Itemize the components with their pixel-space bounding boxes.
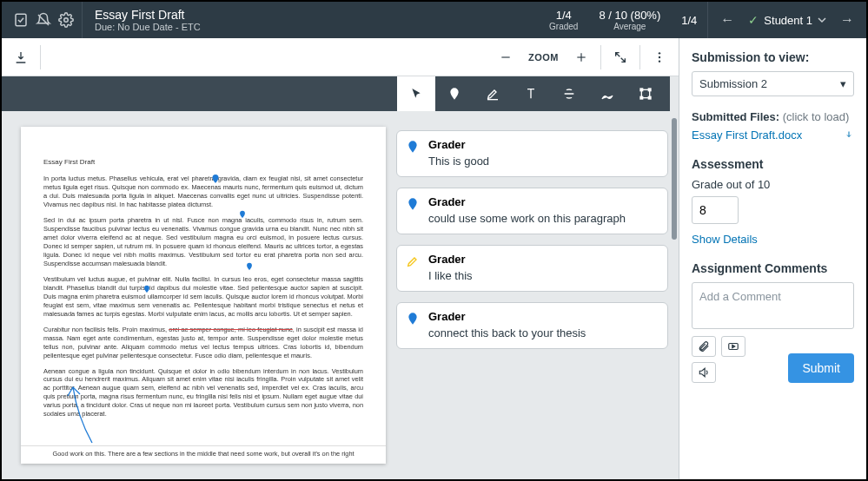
doc-paragraph: Curabitur non facilisis felis. Proin max…	[43, 326, 363, 360]
gear-icon[interactable]	[56, 10, 76, 30]
chevron-down-icon	[818, 16, 826, 24]
annotation-comment[interactable]: Grader This is good	[396, 130, 668, 177]
document-title: Essay First Draft	[43, 158, 363, 168]
submit-label: Submit	[802, 361, 840, 375]
annotation-pin-icon[interactable]	[210, 174, 221, 184]
grade-label: Grade out of 10	[692, 178, 854, 191]
svg-rect-12	[640, 96, 643, 99]
annotation-pin-icon[interactable]	[142, 285, 151, 293]
comment-text: I like this	[428, 269, 473, 282]
comment-text: This is good	[428, 155, 489, 168]
files-label: Submitted Files:	[692, 110, 779, 123]
pin-icon	[406, 140, 420, 154]
tool-draw[interactable]	[588, 76, 626, 111]
grading-sidebar: Submission to view: Submission 2 ▾ Submi…	[679, 38, 866, 479]
tool-point[interactable]	[435, 76, 474, 111]
submission-heading: Submission to view:	[692, 50, 854, 64]
mute-icon[interactable]	[33, 10, 54, 30]
chevron-down-icon: ▾	[840, 77, 846, 90]
download-icon[interactable]	[10, 47, 31, 68]
zoom-in-button[interactable]	[571, 47, 592, 68]
tool-strikethrough[interactable]	[550, 76, 588, 111]
comment-text: connect this back to your thesis	[428, 326, 586, 339]
stat-average-label: Average	[613, 22, 646, 31]
annotation-comments: Grader This is good Grader could use som…	[396, 127, 672, 464]
gradebook-icon[interactable]	[10, 10, 31, 30]
submit-button[interactable]: Submit	[788, 353, 854, 383]
pin-icon	[406, 197, 420, 211]
svg-rect-11	[648, 89, 651, 91]
annotation-comment[interactable]: Grader could use some work on this parag…	[396, 188, 668, 234]
tool-text[interactable]	[512, 76, 550, 111]
stat-average-value: 8 / 10 (80%)	[599, 9, 660, 22]
svg-point-6	[659, 56, 660, 57]
submitted-file-link[interactable]: Essay First Draft.docx	[692, 128, 802, 142]
submission-select[interactable]: Submission 2 ▾	[692, 71, 854, 96]
speech-comment-button[interactable]	[692, 362, 716, 383]
zoom-out-button[interactable]	[495, 47, 516, 68]
annotation-comment[interactable]: Grader connect this back to your thesis	[396, 302, 668, 349]
assignment-due: Due: No Due Date - ETC	[95, 22, 288, 32]
fullscreen-icon[interactable]	[610, 47, 631, 68]
top-bar: Essay First Draft Due: No Due Date - ETC…	[2, 2, 866, 38]
stat-count-value: 1/4	[681, 14, 697, 27]
freehand-arrow-icon	[66, 384, 101, 445]
comment-author: Grader	[428, 253, 473, 266]
media-comment-button[interactable]	[721, 336, 745, 357]
comment-author: Grader	[428, 310, 586, 323]
zoom-label: ZOOM	[525, 52, 562, 63]
doc-paragraph: In porta luctus metus. Phasellus vehicul…	[43, 175, 363, 209]
comment-text: could use some work on this paragraph	[428, 212, 626, 225]
assessment-heading: Assessment	[692, 157, 854, 171]
download-file-icon[interactable]	[844, 130, 854, 141]
tool-area[interactable]	[626, 76, 665, 111]
document-viewer: ZOOM	[2, 38, 679, 479]
show-details-link[interactable]: Show Details	[692, 233, 758, 246]
viewer-scrollbar[interactable]	[670, 76, 679, 479]
comment-author: Grader	[428, 138, 489, 151]
stat-graded-label: Graded	[549, 22, 578, 31]
assignment-title: Essay First Draft	[95, 8, 288, 22]
tool-highlight[interactable]	[474, 76, 512, 111]
svg-rect-0	[16, 14, 26, 26]
doc-footer-note: Good work on this. There are a few secti…	[21, 445, 386, 458]
annotation-pin-icon[interactable]	[238, 210, 247, 219]
stat-graded-value: 1/4	[556, 9, 572, 22]
doc-paragraph: Sed in dui ac ipsum porta pharetra in ut…	[43, 216, 363, 268]
grade-input[interactable]	[692, 196, 739, 224]
svg-rect-10	[640, 89, 643, 91]
svg-rect-13	[648, 96, 651, 99]
annotation-pin-icon[interactable]	[245, 262, 254, 271]
comment-author: Grader	[428, 195, 626, 208]
more-icon[interactable]	[649, 47, 670, 68]
doc-paragraph: Vestibulum vel luctus augue, et pulvinar…	[43, 275, 363, 319]
tool-cursor[interactable]	[397, 76, 435, 111]
student-prev-button[interactable]: ←	[717, 9, 738, 31]
comments-heading: Assignment Comments	[692, 261, 854, 275]
svg-point-1	[64, 18, 69, 23]
highlight-icon	[406, 254, 420, 268]
files-hint: (click to load)	[783, 110, 850, 123]
student-selector[interactable]: ✓ Student 1	[748, 13, 826, 27]
attach-file-button[interactable]	[692, 336, 716, 357]
student-next-button[interactable]: →	[837, 9, 858, 31]
comment-textarea[interactable]: Add a Comment	[692, 282, 854, 329]
submission-selected: Submission 2	[699, 77, 767, 90]
annotation-comment[interactable]: Grader I like this	[396, 245, 668, 292]
check-icon: ✓	[748, 13, 759, 27]
svg-point-5	[659, 52, 660, 54]
svg-point-7	[659, 60, 660, 62]
document-page[interactable]: Essay First Draft In porta luctus metus.…	[21, 127, 386, 464]
pin-icon	[406, 312, 420, 326]
student-name: Student 1	[764, 14, 812, 27]
